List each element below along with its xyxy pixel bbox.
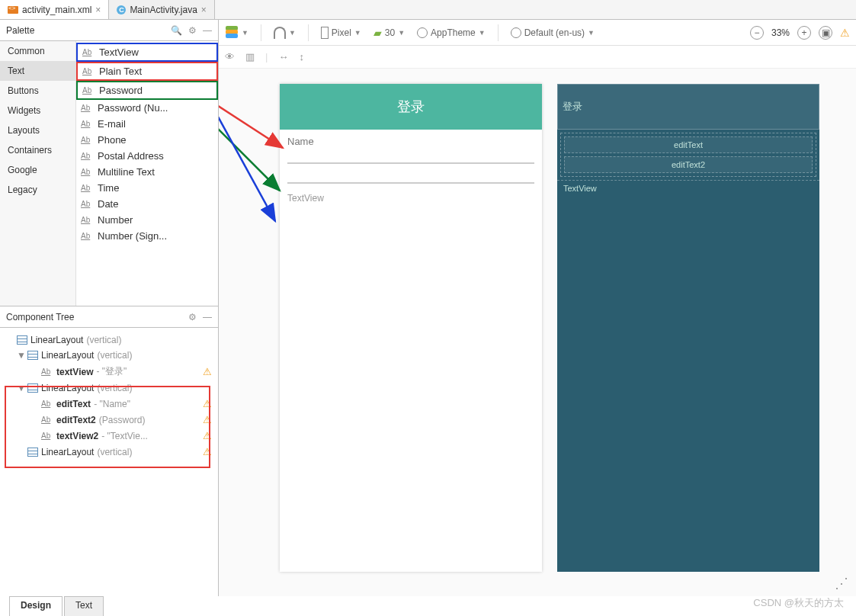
android-icon: ▰ bbox=[373, 27, 382, 39]
grid-icon[interactable]: ▥ bbox=[245, 51, 255, 63]
zoom-fit-button[interactable]: ▣ bbox=[819, 26, 832, 40]
design-canvas[interactable]: 登录 Name TextView 登录 editText editText2 T… bbox=[219, 69, 856, 596]
palette-item-multiline[interactable]: AbMultiline Text bbox=[76, 164, 218, 180]
component-tree-header: Component Tree ⚙ — bbox=[0, 306, 218, 328]
tree-child1[interactable]: ▼LinearLayout(vertical) bbox=[3, 348, 215, 363]
svg-line-5 bbox=[219, 76, 275, 221]
blueprint-appbar: 登录 bbox=[557, 84, 819, 130]
cat-google[interactable]: Google bbox=[0, 160, 75, 180]
cat-common[interactable]: Common bbox=[0, 41, 75, 61]
palette-item-date[interactable]: AbDate bbox=[76, 196, 218, 212]
left-panel: Palette 🔍 ⚙ — Common Text Buttons Widget… bbox=[0, 20, 219, 596]
ab-icon: Ab bbox=[81, 104, 93, 112]
tab-main-activity[interactable]: C MainActivity.java × bbox=[109, 0, 215, 19]
search-icon[interactable]: 🔍 bbox=[171, 25, 182, 36]
close-icon[interactable]: × bbox=[95, 5, 101, 15]
device-preview[interactable]: 登录 Name TextView bbox=[280, 84, 542, 572]
blueprint-textview: TextView bbox=[557, 180, 819, 196]
tree-textview1[interactable]: AbtextView- "登录"⚠ bbox=[3, 363, 215, 380]
theme-selector[interactable]: AppTheme▼ bbox=[417, 27, 486, 38]
blueprint-preview[interactable]: 登录 editText editText2 TextView bbox=[557, 84, 819, 572]
chevron-down-icon: ▼ bbox=[398, 29, 405, 37]
cat-legacy[interactable]: Legacy bbox=[0, 180, 75, 200]
theme-icon bbox=[417, 27, 428, 38]
preview-edittext2[interactable] bbox=[287, 170, 534, 184]
design-tab[interactable]: Design bbox=[9, 596, 63, 616]
pan-horizontal-icon[interactable]: ↔ bbox=[278, 51, 288, 63]
surface-selector[interactable]: ▼ bbox=[225, 26, 248, 40]
magnet-icon bbox=[274, 27, 286, 39]
palette-items: AbTextView AbPlain Text AbPassword AbPas… bbox=[76, 41, 218, 306]
palette-item-time[interactable]: AbTime bbox=[76, 180, 218, 196]
tab-activity-main[interactable]: activity_main.xml × bbox=[0, 0, 109, 19]
eye-icon[interactable]: 👁 bbox=[225, 51, 235, 63]
chevron-down-icon: ▼ bbox=[588, 29, 595, 37]
blueprint-edittext1[interactable]: editText bbox=[564, 136, 813, 153]
zoom-value: 33% bbox=[771, 27, 790, 38]
palette-item-number-signed[interactable]: AbNumber (Sign... bbox=[76, 228, 218, 244]
palette-title: Palette bbox=[6, 25, 34, 36]
device-selector[interactable]: Pixel▼ bbox=[321, 27, 361, 39]
warning-icon[interactable]: ⚠ bbox=[203, 366, 212, 377]
orientation-selector[interactable]: ▼ bbox=[274, 27, 296, 39]
preview-name-label: Name bbox=[280, 130, 542, 149]
collapse-icon[interactable]: — bbox=[203, 312, 212, 322]
pan-vertical-icon[interactable]: ↕ bbox=[299, 51, 304, 63]
globe-icon bbox=[511, 27, 521, 38]
ab-icon: Ab bbox=[81, 216, 93, 224]
palette-header: Palette 🔍 ⚙ — bbox=[0, 20, 218, 41]
zoom-in-button[interactable]: + bbox=[797, 26, 811, 40]
cat-widgets[interactable]: Widgets bbox=[0, 101, 75, 120]
tab-label: activity_main.xml bbox=[22, 5, 91, 15]
palette-item-number[interactable]: AbNumber bbox=[76, 212, 218, 228]
collapse-icon[interactable]: — bbox=[203, 25, 212, 36]
ab-icon: Ab bbox=[82, 48, 95, 56]
annotation-red-box bbox=[5, 386, 210, 468]
api-selector[interactable]: ▰30▼ bbox=[373, 27, 405, 39]
text-tab[interactable]: Text bbox=[64, 596, 104, 616]
view-options-bar: 👁 ▥ | ↔ ↕ bbox=[219, 46, 856, 69]
zoom-out-button[interactable]: − bbox=[750, 26, 764, 40]
expand-icon[interactable]: ▼ bbox=[17, 350, 24, 361]
ab-icon: Ab bbox=[82, 86, 95, 95]
tab-label: MainActivity.java bbox=[130, 5, 197, 15]
component-tree: LinearLayout(vertical) ▼LinearLayout(ver… bbox=[0, 328, 218, 596]
watermark: CSDN @秋天的方太 bbox=[753, 596, 844, 610]
cat-containers[interactable]: Containers bbox=[0, 140, 75, 160]
palette-item-postal[interactable]: AbPostal Address bbox=[76, 148, 218, 164]
preview-textview: TextView bbox=[280, 190, 542, 207]
device-icon bbox=[321, 27, 329, 39]
palette-item-phone[interactable]: AbPhone bbox=[76, 132, 218, 148]
chevron-down-icon: ▼ bbox=[289, 29, 296, 37]
java-file-icon: C bbox=[117, 5, 126, 14]
cat-text[interactable]: Text bbox=[0, 61, 75, 81]
palette-item-password[interactable]: AbPassword bbox=[76, 81, 218, 100]
ab-icon: Ab bbox=[82, 67, 95, 75]
gear-icon[interactable]: ⚙ bbox=[188, 312, 197, 322]
palette-item-email[interactable]: AbE-mail bbox=[76, 116, 218, 132]
preview-edittext1[interactable] bbox=[287, 150, 534, 164]
palette-item-password-num[interactable]: AbPassword (Nu... bbox=[76, 100, 218, 116]
ab-icon: Ab bbox=[41, 367, 53, 376]
tree-title: Component Tree bbox=[6, 312, 74, 322]
linearlayout-icon bbox=[27, 351, 38, 360]
cat-layouts[interactable]: Layouts bbox=[0, 120, 75, 140]
tree-root[interactable]: LinearLayout(vertical) bbox=[3, 332, 215, 348]
warning-icon[interactable]: ⚠ bbox=[840, 27, 850, 39]
ab-icon: Ab bbox=[81, 120, 93, 128]
cat-buttons[interactable]: Buttons bbox=[0, 81, 75, 101]
palette-item-textview[interactable]: AbTextView bbox=[76, 43, 218, 62]
chevron-down-icon: ▼ bbox=[242, 29, 248, 37]
ab-icon: Ab bbox=[81, 136, 93, 144]
gear-icon[interactable]: ⚙ bbox=[188, 25, 197, 36]
blueprint-edittext2[interactable]: editText2 bbox=[564, 156, 813, 173]
close-icon[interactable]: × bbox=[201, 5, 207, 15]
preview-appbar: 登录 bbox=[280, 84, 542, 130]
resize-handle[interactable]: ⋰ bbox=[835, 575, 848, 592]
ab-icon: Ab bbox=[81, 152, 93, 160]
ab-icon: Ab bbox=[81, 200, 93, 208]
locale-selector[interactable]: Default (en-us)▼ bbox=[511, 27, 595, 38]
palette-item-plaintext[interactable]: AbPlain Text bbox=[76, 62, 218, 81]
svg-line-3 bbox=[219, 91, 283, 148]
svg-line-4 bbox=[219, 107, 280, 191]
